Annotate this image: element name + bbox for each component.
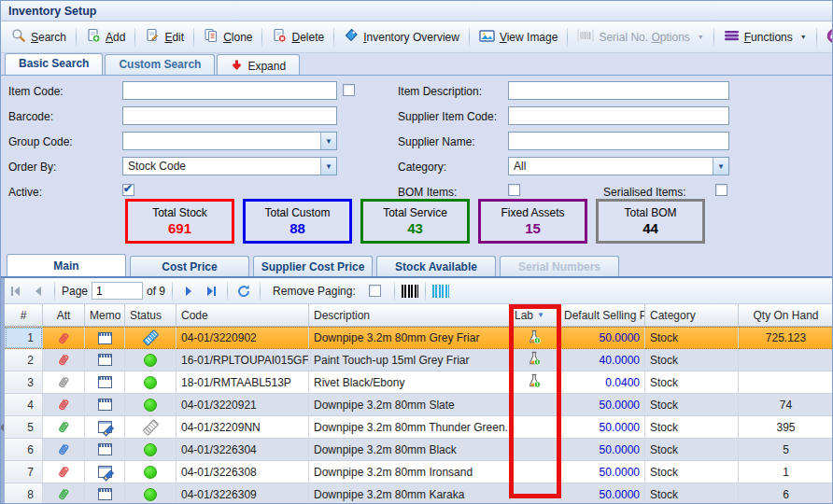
attachment-cell[interactable] [43,371,85,394]
qty-cell[interactable]: 1 [739,461,833,483]
lab-cell[interactable] [510,349,559,371]
table-row[interactable]: 6 04-01/3226304 Downpipe 3.2m 80mm Black… [5,439,832,461]
item-code-cell[interactable]: 04-01/3226309 [176,483,309,504]
chevron-down-icon[interactable]: ▼ [320,158,336,175]
memo-cell[interactable] [85,439,125,461]
lab-cell[interactable] [510,483,559,504]
tab-supplier-cost-price[interactable]: Supplier Cost Price [253,256,373,276]
tab-stock-available[interactable]: Stock Available [376,256,496,276]
qty-cell[interactable] [739,349,833,371]
tab-custom-search[interactable]: Custom Search [105,54,215,75]
qty-cell[interactable]: 5 [739,439,833,461]
price-cell[interactable]: 50.0000 [559,394,645,416]
memo-cell[interactable] [85,416,125,439]
item-description-input[interactable] [508,81,729,100]
collapsed-splitter[interactable] [1,278,5,503]
qty-cell[interactable]: 74 [739,394,833,416]
order-by-select[interactable]: Stock Code ▼ [122,157,337,175]
chevron-down-icon[interactable]: ▼ [320,133,336,149]
description-cell[interactable]: Downpipe 3.2m 80mm Thunder Green... [309,416,510,439]
col-header-price[interactable]: Default Selling Price [559,304,645,327]
attachment-cell[interactable] [43,439,85,461]
tab-main[interactable]: Main [7,254,126,276]
item-code-cell[interactable]: 04-01/3226308 [176,461,309,483]
item-code-cell[interactable]: 04-01/3226304 [176,439,309,461]
lab-cell[interactable] [510,371,559,394]
memo-cell[interactable] [85,483,125,504]
description-cell[interactable]: Rivet Black/Ebony [309,371,510,394]
search-button[interactable]: Search [5,24,73,49]
bom-items-checkbox[interactable] [508,184,520,196]
functions-button[interactable]: Functions ▼ [717,25,813,49]
attachment-cell[interactable] [43,483,85,504]
item-code-cell[interactable]: 04-01/3220902 [176,327,309,349]
col-header-code[interactable]: Code [176,304,309,327]
item-code-cell[interactable]: 16-01/RPLTOUPAI015GFE [176,349,309,371]
item-code-cell[interactable]: 18-01/RMTAABL513P [176,371,309,394]
category-select[interactable]: All ▼ [508,157,729,175]
col-header-status[interactable]: Status [125,304,176,327]
category-cell[interactable]: Stock [645,416,739,439]
add-button[interactable]: Add [79,24,132,49]
table-row[interactable]: 7 04-01/3226308 Downpipe 3.2m 80mm Irons… [5,461,832,483]
table-row[interactable]: 2 16-01/RPLTOUPAI015GFE Paint Touch-up 1… [5,349,832,371]
serialised-items-checkbox[interactable] [715,184,727,196]
price-cell[interactable]: 50.0000 [559,327,645,349]
refresh-icon[interactable] [234,282,253,301]
edit-button[interactable]: Edit [138,24,191,49]
lab-cell[interactable] [510,439,559,461]
col-header-category[interactable]: Category [645,304,739,327]
view-image-button[interactable]: View Image [473,25,565,49]
lab-cell[interactable] [510,461,559,483]
attachment-cell[interactable] [43,416,85,439]
table-row[interactable]: 8 04-01/3226309 Downpipe 3.2m 80mm Karak… [5,483,832,504]
price-cell[interactable]: 0.0400 [559,371,645,394]
price-cell[interactable]: 50.0000 [559,416,645,439]
col-header-description[interactable]: Description [309,304,510,327]
attachment-cell[interactable] [43,394,85,416]
description-cell[interactable]: Downpipe 3.2m 80mm Black [309,439,510,461]
attachment-cell[interactable] [43,349,85,371]
barcode-blue-icon[interactable] [432,285,449,298]
category-cell[interactable]: Stock [645,349,739,371]
lab-cell[interactable] [510,416,559,439]
barcode-black-icon[interactable] [402,285,418,298]
attachment-cell[interactable] [43,461,85,483]
memo-cell[interactable] [85,394,125,416]
category-cell[interactable]: Stock [645,439,739,461]
remove-paging-checkbox[interactable] [369,285,381,297]
col-header-num[interactable]: # [5,304,43,327]
col-header-att[interactable]: Att [43,304,85,327]
table-row[interactable]: 3 18-01/RMTAABL513P Rivet Black/Ebony 0.… [5,371,832,394]
memo-cell[interactable] [85,349,125,371]
category-cell[interactable]: Stock [645,394,739,416]
memo-cell[interactable] [85,327,125,349]
table-row[interactable]: 1 04-01/3220902 Downpipe 3.2m 80mm Grey … [5,327,832,349]
chevron-down-icon[interactable]: ▼ [713,158,728,175]
qty-cell[interactable]: 725.123 [739,327,833,349]
supplier-name-input[interactable] [508,132,729,150]
qty-cell[interactable] [739,371,833,394]
tab-basic-search[interactable]: Basic Search [5,53,103,75]
category-cell[interactable]: Stock [645,371,739,394]
attachment-cell[interactable] [43,327,85,349]
print-button[interactable]: Print ▼ [820,24,833,50]
description-cell[interactable]: Downpipe 3.2m 80mm Karaka [309,483,510,504]
group-code-select[interactable]: ▼ [122,132,337,150]
description-cell[interactable]: Paint Touch-up 15ml Grey Friar [309,349,510,371]
next-page-button[interactable] [179,282,198,301]
price-cell[interactable]: 50.0000 [559,483,645,504]
active-checkbox[interactable] [122,184,134,196]
item-code-cell[interactable]: 04-01/32209NN [176,416,309,439]
page-number-input[interactable] [92,282,143,300]
category-cell[interactable]: Stock [645,461,739,483]
qty-cell[interactable]: 395 [739,416,833,439]
table-row[interactable]: 5 04-01/32209NN Downpipe 3.2m 80mm Thund… [5,416,832,439]
memo-cell[interactable] [85,371,125,394]
col-header-qty[interactable]: Qty On Hand [739,304,833,327]
supplier-item-code-input[interactable] [508,106,729,125]
price-cell[interactable]: 40.0000 [559,349,645,371]
category-cell[interactable]: Stock [645,327,739,349]
expand-button[interactable]: Expand [217,54,300,75]
item-code-cell[interactable]: 04-01/3220921 [176,394,309,416]
